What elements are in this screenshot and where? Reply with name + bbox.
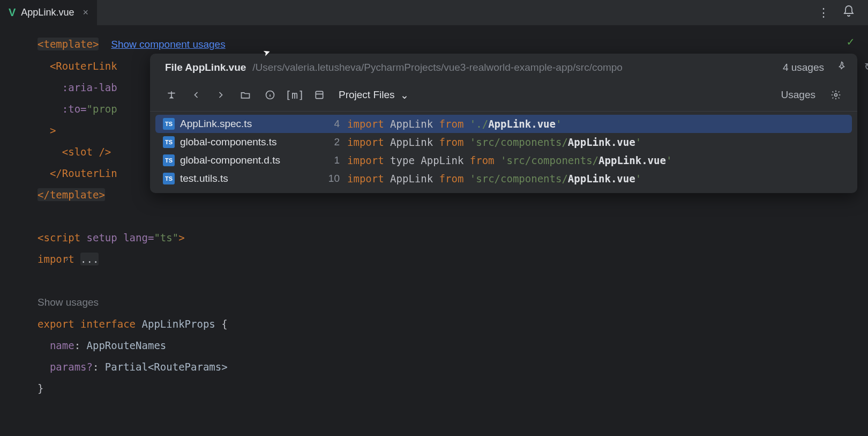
bracket-icon[interactable]: [m] [284, 84, 305, 106]
info-icon[interactable] [259, 84, 281, 106]
blank-line [38, 205, 857, 227]
result-count: 10 [320, 173, 340, 184]
result-row[interactable]: TS test.utils.ts 10 import AppLink from … [155, 169, 852, 188]
close-icon[interactable]: × [83, 7, 88, 18]
result-row[interactable]: TS global-components.ts 2 import AppLink… [155, 133, 852, 151]
popup-toolbar: [m] Project Files ⌄ Usages [150, 80, 857, 112]
popup-title-prefix: File [165, 62, 183, 73]
line-script-open: <script setup lang="ts"> [38, 227, 857, 248]
show-component-usages-link[interactable]: Show component usages [111, 39, 225, 50]
result-row[interactable]: TS AppLink.spec.ts 4 import AppLink from… [155, 115, 852, 133]
popup-title-file: AppLink.vue [185, 62, 246, 73]
ts-test-file-icon: TS [163, 118, 175, 130]
usages-count: 4 usages [783, 62, 824, 73]
result-filename: global-component.d.ts [180, 154, 280, 166]
result-snippet: import AppLink from './AppLink.vue' [347, 118, 844, 130]
ts-file-icon: TS [163, 173, 175, 184]
popup-header: File AppLink.vue /Users/valeria.letushev… [150, 54, 857, 80]
open-folder-icon[interactable] [235, 84, 256, 106]
line-import: ›import ... [38, 248, 857, 270]
tab-filename: AppLink.vue [21, 7, 74, 18]
inspection-ok-icon[interactable]: ✓ [847, 31, 854, 53]
gear-icon[interactable] [825, 84, 847, 106]
more-icon[interactable]: ⋮ [818, 6, 829, 19]
gutter-refresh-icon[interactable]: ↻ [865, 55, 868, 76]
result-count: 4 [320, 118, 340, 130]
line-export: export interface AppLinkProps { [38, 313, 857, 335]
line-brace-close: } [38, 378, 857, 399]
result-snippet: import AppLink from 'src/components/AppL… [347, 173, 844, 184]
fold-chevron-icon[interactable]: › [64, 248, 70, 270]
result-row[interactable]: TS global-component.d.ts 1 import type A… [155, 151, 852, 169]
pin-icon[interactable] [837, 61, 847, 73]
result-filename: test.utils.ts [180, 173, 228, 184]
result-snippet: import type AppLink from 'src/components… [347, 154, 844, 166]
result-snippet: import AppLink from 'src/components/AppL… [347, 136, 844, 148]
result-filename: global-components.ts [180, 136, 277, 148]
popup-path: /Users/valeria.letusheva/PycharmProjects… [252, 62, 623, 73]
result-filename: AppLink.spec.ts [180, 118, 252, 130]
usages-popup: File AppLink.vue /Users/valeria.letushev… [150, 54, 857, 193]
title-bar: V AppLink.vue × ⋮ [0, 0, 868, 26]
scope-label: Project Files [339, 89, 395, 101]
svg-rect-1 [316, 91, 323, 98]
tab-row: V AppLink.vue × [0, 0, 97, 25]
editor-tab[interactable]: V AppLink.vue × [0, 0, 97, 25]
notifications-icon[interactable] [842, 5, 855, 20]
scope-dropdown[interactable]: Project Files ⌄ [333, 86, 414, 105]
line-show-usages: Show usages [38, 291, 857, 313]
blank-line-2 [38, 270, 857, 291]
show-usages-hint[interactable]: Show usages [38, 297, 99, 308]
result-count: 2 [320, 136, 340, 148]
svg-point-2 [835, 94, 837, 97]
chevron-down-icon: ⌄ [400, 89, 409, 101]
ts-file-icon: TS [163, 154, 175, 166]
line-prop1: name: AppRouteNames [38, 335, 857, 356]
line-prop2: params?: Partial<RouteParams> [38, 356, 857, 378]
result-count: 1 [320, 154, 340, 166]
line-template-open: <template> Show component usages [38, 33, 857, 55]
ts-file-icon: TS [163, 136, 175, 148]
nav-next-icon[interactable] [210, 84, 231, 106]
usages-filter-label[interactable]: Usages [781, 89, 815, 101]
vue-icon: V [9, 6, 16, 19]
result-list: TS AppLink.spec.ts 4 import AppLink from… [150, 112, 857, 193]
open-find-window-icon[interactable] [161, 84, 182, 106]
top-actions: ⋮ [818, 5, 868, 20]
preview-icon[interactable] [309, 84, 330, 106]
nav-prev-icon[interactable] [185, 84, 207, 106]
